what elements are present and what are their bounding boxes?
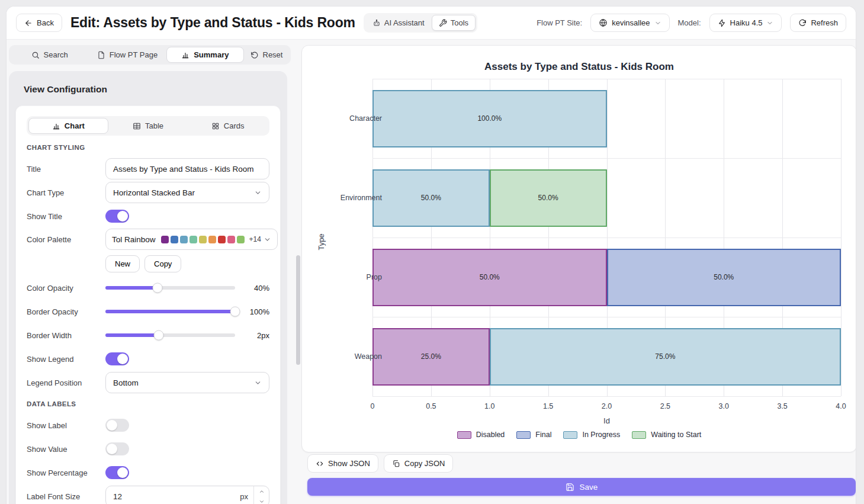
- legend-item-in-progress[interactable]: In Progress: [563, 431, 620, 439]
- bar-chart-icon: [181, 51, 189, 59]
- site-select[interactable]: kevinsallee: [590, 14, 669, 32]
- show-label-label: Show Label: [27, 421, 105, 430]
- legend-item-waiting-to-start[interactable]: Waiting to Start: [632, 431, 701, 439]
- bar-percentage-label: 50.0%: [480, 273, 500, 281]
- refresh-icon: [798, 19, 807, 27]
- legend-swatch: [457, 431, 471, 439]
- palette-copy-button[interactable]: Copy: [144, 255, 181, 272]
- show-value-toggle[interactable]: [105, 442, 129, 455]
- spinner-up-button[interactable]: [254, 486, 269, 496]
- bar-segment-disabled[interactable]: 50.0%: [372, 249, 607, 306]
- field-row-title: Title Assets by Type and Status - Kids R…: [27, 157, 269, 181]
- tab-cards[interactable]: Cards: [188, 118, 268, 134]
- x-tick-label: 4.0: [836, 402, 846, 410]
- wrench-icon: [439, 19, 447, 27]
- category-label: Character: [317, 114, 382, 123]
- border-opacity-slider[interactable]: [105, 310, 235, 313]
- tab-cards-label: Cards: [224, 121, 245, 130]
- show-legend-label: Show Legend: [27, 355, 105, 364]
- scrollbar-thumb[interactable]: [296, 255, 300, 365]
- reset-button[interactable]: Reset: [244, 47, 289, 63]
- refresh-button[interactable]: Refresh: [790, 14, 846, 32]
- show-percentage-toggle[interactable]: [105, 466, 129, 479]
- show-label-toggle[interactable]: [105, 419, 129, 432]
- tab-chart[interactable]: Chart: [28, 118, 108, 134]
- color-palette-label: Color Palette: [27, 235, 105, 244]
- legend-position-select[interactable]: Bottom: [105, 372, 269, 393]
- reset-icon: [250, 51, 259, 59]
- bar-segment-in-progress[interactable]: 100.0%: [372, 90, 607, 147]
- tab-search[interactable]: Search: [11, 47, 88, 63]
- show-legend-toggle[interactable]: [105, 352, 129, 365]
- legend-position-label: Legend Position: [27, 378, 105, 387]
- bar-percentage-label: 50.0%: [538, 194, 558, 202]
- x-tick-label: 3.5: [777, 402, 787, 410]
- border-width-slider[interactable]: [105, 333, 235, 337]
- color-palette-select[interactable]: Tol Rainbow +14: [105, 229, 278, 250]
- chart-legend: DisabledFinalIn ProgressWaiting to Start: [302, 431, 856, 439]
- field-row-border-opacity: Border Opacity 100%: [27, 300, 269, 323]
- bar-segment-in-progress[interactable]: 50.0%: [372, 169, 490, 227]
- spinner-down-button[interactable]: [254, 496, 269, 504]
- palette-new-button[interactable]: New: [105, 255, 140, 272]
- back-button[interactable]: Back: [16, 14, 62, 32]
- json-actions-row: Show JSON Copy JSON: [307, 454, 453, 473]
- tab-table-label: Table: [145, 121, 163, 130]
- bar-segment-final[interactable]: 50.0%: [607, 249, 841, 306]
- model-select[interactable]: Haiku 4.5: [709, 14, 782, 32]
- legend-item-disabled[interactable]: Disabled: [457, 431, 505, 439]
- copy-icon: [392, 460, 400, 468]
- bar-chart-icon: [52, 122, 60, 130]
- tab-summary[interactable]: Summary: [166, 47, 244, 63]
- chart-type-select[interactable]: Horizontal Stacked Bar: [105, 182, 269, 203]
- legend-position-value: Bottom: [113, 378, 139, 387]
- save-icon: [566, 483, 574, 492]
- gridline: [372, 158, 841, 159]
- legend-label: Disabled: [476, 431, 505, 439]
- bar-segment-in-progress[interactable]: 75.0%: [490, 328, 841, 386]
- show-value-label: Show Value: [27, 445, 105, 454]
- section-chart-styling: CHART STYLING: [27, 144, 269, 151]
- color-opacity-slider[interactable]: [105, 286, 235, 290]
- color-opacity-value: 40%: [241, 284, 269, 293]
- category-label: Prop: [317, 273, 382, 281]
- label-font-size-value: 12: [106, 492, 240, 501]
- bar-percentage-label: 75.0%: [655, 352, 675, 361]
- legend-item-final[interactable]: Final: [516, 431, 551, 439]
- reset-label: Reset: [263, 50, 283, 59]
- title-input[interactable]: Assets by Type and Status - Kids Room: [105, 158, 269, 179]
- bar-segment-waiting-to-start[interactable]: 50.0%: [490, 169, 607, 227]
- gridline: [372, 396, 841, 397]
- palette-color-swatch: [161, 236, 169, 243]
- tools-button[interactable]: Tools: [432, 15, 476, 31]
- label-font-size-unit: px: [240, 492, 253, 501]
- field-row-label-font-size: Label Font Size 12 px: [27, 484, 269, 504]
- tab-flow-pt-page[interactable]: Flow PT Page: [88, 47, 166, 63]
- section-data-labels: DATA LABELS: [27, 400, 269, 407]
- palette-color-swatch: [218, 236, 226, 243]
- copy-json-button[interactable]: Copy JSON: [384, 454, 454, 473]
- palette-color-swatch: [208, 236, 216, 243]
- file-icon: [97, 51, 105, 59]
- palette-actions-row: New Copy: [27, 251, 269, 276]
- palette-color-swatch: [237, 236, 245, 243]
- header: Back Edit: Assets by Type and Status - K…: [7, 7, 856, 40]
- show-json-label: Show JSON: [328, 459, 370, 468]
- border-width-value: 2px: [241, 331, 269, 340]
- bar-segment-disabled[interactable]: 25.0%: [372, 328, 490, 386]
- chevron-down-icon: [654, 20, 661, 27]
- save-button[interactable]: Save: [307, 478, 856, 496]
- legend-swatch: [516, 431, 531, 439]
- sidebar-tab-strip: Search Flow PT Page Summary: [9, 45, 291, 65]
- sidebar-scrollbar[interactable]: [296, 45, 300, 498]
- tab-table[interactable]: Table: [108, 118, 188, 134]
- bar-percentage-label: 50.0%: [714, 273, 734, 281]
- plot-area: 100.0%50.0%50.0%50.0%50.0%25.0%75.0%: [372, 79, 841, 396]
- palette-color-swatch: [199, 236, 207, 243]
- chevron-down-icon: [766, 20, 773, 27]
- label-font-size-input[interactable]: 12 px: [105, 486, 269, 504]
- ai-assistant-button[interactable]: AI Assistant: [365, 15, 432, 31]
- show-json-button[interactable]: Show JSON: [307, 454, 378, 473]
- x-tick-label: 2.5: [660, 402, 670, 410]
- show-title-toggle[interactable]: [105, 210, 129, 223]
